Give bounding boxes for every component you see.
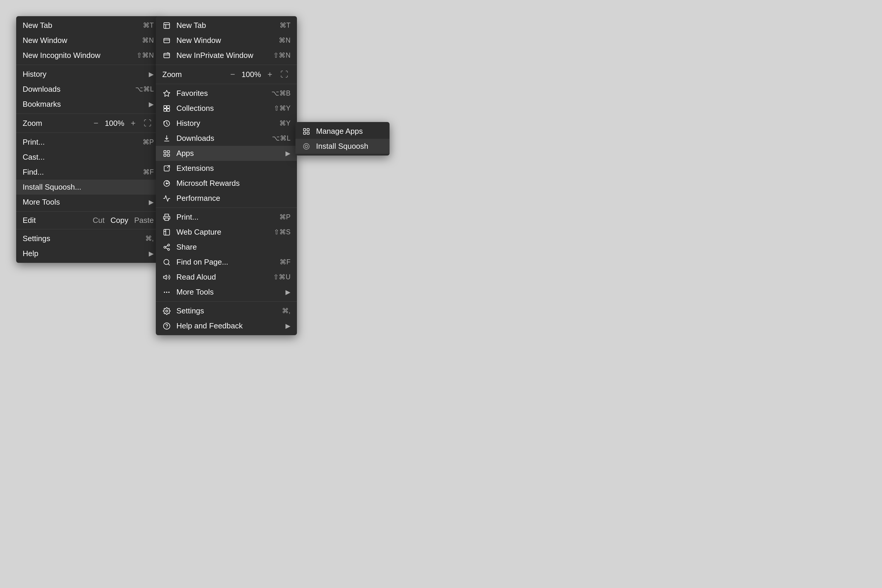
menu-item-collections[interactable]: Collections ⇧⌘Y: [156, 101, 297, 116]
menu-item-print[interactable]: Print... ⌘P: [16, 135, 160, 150]
zoom-increase-button[interactable]: +: [129, 118, 138, 129]
menu-item-more-tools[interactable]: More Tools ▶: [16, 195, 160, 210]
history-icon: [162, 119, 171, 128]
svg-rect-21: [165, 218, 169, 220]
menu-item-find-on-page[interactable]: Find on Page... ⌘F: [156, 255, 297, 270]
svg-point-36: [166, 310, 168, 312]
menu-item-downloads[interactable]: Downloads ⌥⌘L: [156, 131, 297, 146]
find-icon: [162, 258, 171, 267]
menu-item-new-tab[interactable]: New Tab ⌘T: [156, 18, 297, 33]
menu-item-share[interactable]: Share: [156, 240, 297, 255]
zoom-decrease-button[interactable]: −: [91, 118, 100, 129]
collections-icon: [162, 104, 171, 113]
svg-rect-16: [167, 150, 170, 153]
divider: [16, 64, 160, 65]
svg-rect-0: [164, 22, 170, 28]
svg-rect-18: [167, 154, 170, 156]
svg-point-43: [303, 144, 309, 149]
svg-rect-41: [303, 132, 306, 134]
zoom-decrease-button[interactable]: −: [228, 69, 237, 80]
menu-item-settings[interactable]: Settings ⌘,: [156, 303, 297, 318]
menu-item-microsoft-rewards[interactable]: Microsoft Rewards: [156, 176, 297, 191]
paste-button[interactable]: Paste: [134, 216, 154, 225]
svg-rect-17: [164, 154, 166, 156]
svg-marker-8: [164, 90, 170, 96]
favorites-icon: [162, 89, 171, 98]
apps-submenu[interactable]: Manage Apps Install Squoosh: [296, 122, 390, 156]
edge-context-menu[interactable]: New Tab ⌘T New Window ⌘N New InPrivate W…: [156, 16, 297, 335]
menu-item-apps[interactable]: Apps ▶: [156, 146, 297, 161]
downloads-icon: [162, 134, 171, 143]
svg-rect-9: [164, 105, 166, 108]
menu-item-settings[interactable]: Settings ⌘,: [16, 231, 160, 246]
copy-button[interactable]: Copy: [111, 216, 129, 225]
menu-item-favorites[interactable]: Favorites ⌥⌘B: [156, 86, 297, 101]
svg-point-33: [166, 292, 167, 292]
menu-item-bookmarks[interactable]: Bookmarks ▶: [16, 97, 160, 112]
menu-item-new-window[interactable]: New Window ⌘N: [16, 33, 160, 48]
manage-apps-icon: [302, 127, 311, 136]
divider: [156, 84, 297, 84]
menu-item-extensions[interactable]: Extensions: [156, 161, 297, 176]
svg-rect-12: [167, 109, 170, 111]
svg-rect-39: [303, 129, 306, 131]
menu-item-read-aloud[interactable]: Read Aloud ⇧⌘U: [156, 270, 297, 285]
svg-point-34: [169, 292, 170, 292]
performance-icon: [162, 194, 171, 203]
edit-row: Edit Cut Copy Paste: [16, 213, 160, 227]
zoom-increase-button[interactable]: +: [265, 69, 274, 80]
help-icon: [162, 322, 171, 330]
webcapture-icon: [162, 228, 171, 237]
menu-item-install-squoosh[interactable]: Install Squoosh...: [16, 180, 160, 195]
zoom-fullscreen-button[interactable]: ⛶: [278, 69, 291, 80]
svg-rect-5: [164, 53, 170, 58]
svg-rect-3: [164, 38, 170, 43]
chrome-context-menu[interactable]: New Tab ⌘T New Window ⌘N New Incognito W…: [16, 16, 160, 263]
menu-item-history[interactable]: History ⌘Y: [156, 116, 297, 131]
menu-item-web-capture[interactable]: Web Capture ⇧⌘S: [156, 225, 297, 240]
menu-item-cast[interactable]: Cast...: [16, 150, 160, 165]
share-icon: [162, 243, 171, 252]
squoosh-icon: [302, 142, 311, 151]
svg-line-28: [165, 248, 168, 249]
inprivate-icon: [162, 51, 171, 60]
settings-icon: [162, 307, 171, 315]
zoom-fullscreen-button[interactable]: ⛶: [141, 118, 154, 129]
svg-point-37: [164, 323, 170, 329]
svg-marker-32: [164, 275, 166, 279]
print-icon: [162, 213, 171, 222]
svg-rect-11: [164, 109, 166, 111]
readaloud-icon: [162, 273, 171, 282]
new-window-icon: [162, 36, 171, 45]
svg-rect-22: [164, 230, 170, 235]
svg-rect-42: [307, 132, 309, 134]
zoom-control: Zoom − 100% + ⛶: [16, 116, 160, 131]
menu-item-print[interactable]: Print... ⌘P: [156, 210, 297, 225]
divider: [16, 229, 160, 230]
svg-rect-40: [307, 129, 309, 131]
menu-item-new-tab[interactable]: New Tab ⌘T: [16, 18, 160, 33]
menu-item-install-squoosh[interactable]: Install Squoosh: [296, 139, 390, 154]
moretools-icon: [162, 288, 171, 297]
menu-item-manage-apps[interactable]: Manage Apps: [296, 124, 390, 139]
menu-item-more-tools[interactable]: More Tools ▶: [156, 285, 297, 300]
menu-item-new-incognito[interactable]: New Incognito Window ⇧⌘N: [16, 48, 160, 63]
svg-line-31: [168, 264, 170, 265]
menu-item-help-feedback[interactable]: Help and Feedback ▶: [156, 318, 297, 333]
menu-item-help[interactable]: Help ▶: [16, 246, 160, 261]
cut-button[interactable]: Cut: [93, 216, 104, 225]
menu-item-find[interactable]: Find... ⌘F: [16, 165, 160, 180]
svg-point-35: [164, 292, 165, 292]
rewards-icon: [162, 179, 171, 188]
apps-icon: [162, 149, 171, 158]
menu-item-downloads[interactable]: Downloads ⌥⌘L: [16, 82, 160, 97]
menu-item-history[interactable]: History ▶: [16, 67, 160, 82]
menu-item-new-inprivate[interactable]: New InPrivate Window ⇧⌘N: [156, 48, 297, 63]
extensions-icon: [162, 164, 171, 173]
svg-rect-15: [164, 150, 166, 153]
divider: [156, 64, 297, 65]
menu-item-new-window[interactable]: New Window ⌘N: [156, 33, 297, 48]
new-tab-icon: [162, 21, 171, 30]
svg-line-29: [165, 246, 168, 247]
menu-item-performance[interactable]: Performance: [156, 191, 297, 206]
